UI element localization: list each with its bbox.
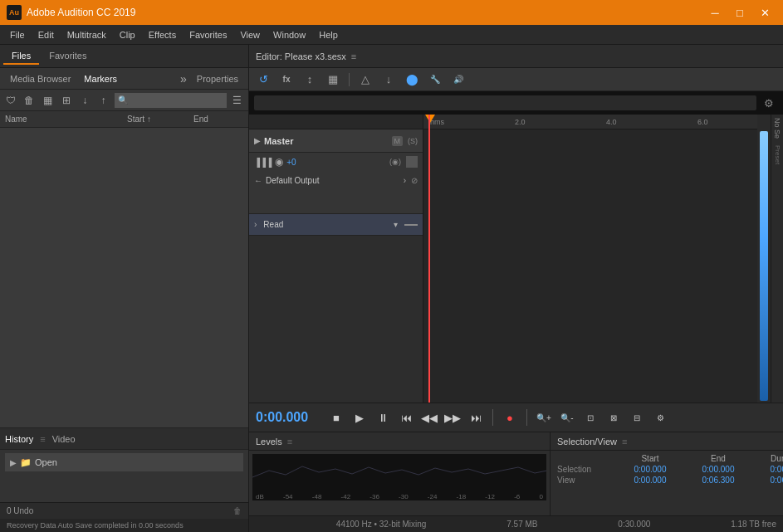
title-bar: Au Adobe Audition CC 2019 ─ □ ✕: [0, 0, 783, 25]
flag-button[interactable]: △: [356, 71, 374, 89]
marker-btn-6[interactable]: ↑: [95, 92, 110, 109]
col-start-header: Start ↑: [127, 115, 193, 124]
master-m-button[interactable]: M: [392, 136, 404, 146]
selection-end[interactable]: 0:00.000: [685, 465, 751, 474]
skip-forward-button[interactable]: ⏭: [467, 408, 485, 427]
tab-files[interactable]: Files: [3, 48, 39, 65]
volume-value: +0: [286, 158, 296, 167]
zoom-out-button[interactable]: 🔍-: [558, 408, 576, 427]
editor-title: Editor: Please x3.sesx: [256, 51, 346, 61]
track-expand-arrow[interactable]: ▶: [254, 136, 261, 145]
output-expand-icon[interactable]: ›: [404, 176, 406, 185]
grid-button[interactable]: ▦: [324, 71, 342, 89]
view-start[interactable]: 0:00.000: [617, 476, 683, 485]
disk-free-info: 1.18 TB free: [731, 520, 776, 529]
marker-menu-button[interactable]: ☰: [230, 92, 245, 109]
sub-tab-media-browser[interactable]: Media Browser: [3, 72, 77, 85]
tab-history[interactable]: History: [5, 434, 33, 444]
fast-forward-button[interactable]: ▶▶: [443, 408, 462, 427]
transport-bar: 0:00.000 ■ ▶ ⏸ ⏮ ◀◀ ▶▶ ⏭ ● 🔍+ 🔍- ⊡ ⊠ ⊟ ⚙: [249, 403, 783, 432]
ruler-marker-6: 6.0: [697, 118, 708, 126]
sub-tab-markers[interactable]: Markers: [77, 72, 124, 85]
read-dropdown-icon[interactable]: ▾: [394, 220, 398, 229]
zoom-settings-btn[interactable]: ⚙: [651, 408, 669, 427]
menu-file[interactable]: File: [3, 28, 32, 41]
menu-favorites[interactable]: Favorites: [183, 28, 233, 41]
zoom-btn-3[interactable]: ⊡: [581, 408, 599, 427]
delete-marker-button[interactable]: 🗑: [22, 92, 37, 109]
tab-favorites[interactable]: Favorites: [41, 48, 95, 65]
sel-header-duration: Duration: [753, 454, 783, 463]
volume-bars-icon: ▐▐▐: [254, 158, 272, 167]
maximize-button[interactable]: □: [728, 4, 751, 21]
column-headers: Name Start ↑ End: [0, 111, 248, 128]
headphones-button[interactable]: ⬤: [403, 71, 421, 89]
editor-header: Editor: Please x3.sesx ≡: [249, 45, 783, 68]
view-duration[interactable]: 0:06.300: [753, 476, 783, 485]
playhead-marker: [425, 115, 435, 123]
menu-window[interactable]: Window: [267, 28, 312, 41]
selection-menu-icon[interactable]: ≡: [622, 437, 627, 447]
toolbar-separator-1: [349, 73, 350, 86]
expand-icon[interactable]: »: [177, 71, 190, 87]
marker-btn-3[interactable]: ▦: [41, 92, 56, 109]
tab-video[interactable]: Video: [52, 434, 76, 444]
record-button[interactable]: ●: [501, 408, 519, 427]
loop-button[interactable]: ↺: [254, 71, 272, 89]
pitch-button[interactable]: ↕: [301, 71, 319, 89]
sub-tab-properties[interactable]: Properties: [190, 72, 245, 85]
menu-clip[interactable]: Clip: [113, 28, 142, 41]
master-s-button[interactable]: (S): [408, 137, 418, 145]
marker-search-input[interactable]: [115, 93, 227, 108]
volume-button[interactable]: 🔊: [449, 71, 467, 89]
waveform-header: ⚙: [249, 91, 783, 115]
minimize-button[interactable]: ─: [703, 4, 727, 21]
skip-back-button[interactable]: ⏮: [397, 408, 415, 427]
close-button[interactable]: ✕: [753, 4, 776, 21]
duration-info: 0:30.000: [618, 520, 650, 529]
db-48: -48: [312, 493, 322, 500]
menu-multitrack[interactable]: Multitrack: [61, 28, 113, 41]
sel-header-start: Start: [617, 454, 683, 463]
download-button[interactable]: ↓: [379, 71, 398, 89]
add-marker-button[interactable]: 🛡: [3, 92, 18, 109]
knob-icon[interactable]: ◉: [275, 156, 283, 168]
menu-effects[interactable]: Effects: [142, 28, 183, 41]
recovery-status: Recovery Data Auto Save completed in 0.0…: [0, 519, 248, 532]
zoom-in-button[interactable]: 🔍+: [535, 408, 553, 427]
stop-button[interactable]: ■: [327, 408, 345, 427]
window-controls: ─ □ ✕: [703, 4, 776, 21]
left-panel: Files Favorites Media Browser Markers » …: [0, 45, 249, 532]
zoom-settings-button[interactable]: ⚙: [760, 94, 778, 112]
filter-button[interactable]: 🔧: [426, 71, 444, 89]
output-mute-icon[interactable]: ⊘: [411, 176, 418, 185]
transport-separator: [492, 409, 493, 426]
pause-button[interactable]: ⏸: [374, 408, 392, 427]
master-volume-row: ▐▐▐ ◉ +0 (◉): [249, 153, 423, 171]
history-item[interactable]: ▶ 📁 Open: [5, 453, 243, 471]
play-button[interactable]: ▶: [350, 408, 369, 427]
rewind-button[interactable]: ◀◀: [420, 408, 438, 427]
marker-btn-5[interactable]: ↓: [77, 92, 92, 109]
volume-level-bar: [760, 131, 768, 401]
track-empty-space: [249, 189, 423, 214]
selection-start[interactable]: 0:00.000: [617, 465, 683, 474]
selection-duration[interactable]: 0:00.000: [753, 465, 783, 474]
levels-menu-icon[interactable]: ≡: [287, 437, 292, 447]
menu-edit[interactable]: Edit: [32, 28, 61, 41]
editor-menu-icon[interactable]: ≡: [351, 51, 356, 61]
menu-bar: File Edit Multitrack Clip Effects Favori…: [0, 25, 783, 45]
timeline-area[interactable]: hms 2.0 4.0 6.0: [423, 115, 757, 403]
transport-separator-2: [526, 409, 527, 426]
view-row-label: View: [557, 476, 615, 485]
read-expand-arrow[interactable]: ›: [254, 220, 257, 229]
history-item-label: Open: [35, 457, 57, 467]
delete-icon[interactable]: 🗑: [233, 506, 242, 515]
marker-btn-4[interactable]: ⊞: [59, 92, 74, 109]
zoom-btn-5[interactable]: ⊟: [628, 408, 646, 427]
zoom-btn-4[interactable]: ⊠: [604, 408, 623, 427]
menu-view[interactable]: View: [233, 28, 267, 41]
view-end[interactable]: 0:06.300: [685, 476, 751, 485]
menu-help[interactable]: Help: [312, 28, 345, 41]
fx-button[interactable]: fx: [277, 71, 296, 89]
